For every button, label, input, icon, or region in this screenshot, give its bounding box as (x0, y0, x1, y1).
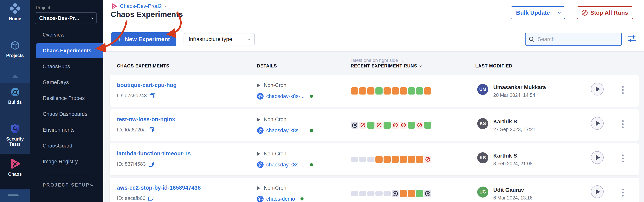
run-tile-empty[interactable] (367, 157, 374, 162)
sidebar-item-image-registry[interactable]: Image Registry (30, 154, 103, 170)
run-tile-orange[interactable] (416, 156, 423, 163)
copy-icon[interactable] (149, 162, 154, 167)
rail-item-projects[interactable]: Projects (0, 40, 30, 58)
filter-icon[interactable] (628, 34, 636, 44)
column-header-last-modified: LAST MODIFIED (475, 64, 512, 68)
experiment-name-link[interactable]: lambda-function-timeout-1s (117, 150, 191, 157)
project-setup-label: PROJECT SETUP (43, 182, 90, 188)
run-tile-empty[interactable] (351, 157, 358, 162)
infrastructure-link[interactable]: chaosday-k8s-... (266, 93, 304, 99)
sidebar-item-environments[interactable]: Environments (30, 122, 103, 138)
search-input[interactable] (525, 33, 622, 46)
run-experiment-button[interactable] (591, 117, 604, 130)
stop-all-runs-label: Stop All Runs (590, 10, 628, 16)
sidebar-item-overview[interactable]: Overview (30, 27, 103, 43)
run-tile-failed[interactable] (416, 122, 423, 129)
run-tile-green[interactable] (384, 122, 391, 129)
run-tile-green[interactable] (408, 122, 415, 129)
run-experiment-button[interactable] (591, 186, 604, 198)
run-tile-orange[interactable] (392, 87, 399, 94)
run-tile-failed[interactable] (400, 122, 407, 129)
run-tile-green[interactable] (416, 87, 423, 94)
run-tile-orange[interactable] (359, 87, 366, 94)
run-tile-empty[interactable] (376, 191, 382, 196)
copy-icon[interactable] (148, 196, 154, 201)
run-tile-orange[interactable] (408, 156, 415, 163)
run-tile-empty[interactable] (351, 191, 358, 196)
sidebar-item-chaoshubs[interactable]: ChaosHubs (30, 58, 103, 74)
project-setup-toggle[interactable]: PROJECT SETUP (43, 182, 92, 188)
run-tile-stopped[interactable] (392, 190, 399, 197)
sidebar-item-gamedays[interactable]: GameDays (30, 74, 103, 90)
run-tile-failed[interactable] (424, 156, 431, 163)
run-tile-empty[interactable] (384, 191, 391, 196)
sidebar-item-chaos-dashboards[interactable]: Chaos Dashboards (30, 106, 103, 122)
run-tile-empty[interactable] (367, 191, 374, 196)
run-tile-failed[interactable] (392, 122, 399, 129)
stop-circle-icon (352, 122, 357, 128)
rail-item-security-tests[interactable]: Security Tests (0, 123, 30, 147)
schedule-type: Non-Cron (264, 185, 286, 191)
runs-order-hint: latest one on right side → (351, 58, 404, 63)
module-rail: Home Projects Builds (0, 0, 30, 202)
row-menu-button[interactable] (621, 154, 624, 163)
infrastructure-type-dropdown[interactable]: Infrastructure type (184, 33, 255, 46)
run-tile-green[interactable] (416, 190, 423, 197)
run-tile-green[interactable] (408, 87, 415, 94)
modified-date: 8 Feb 2024, 21:08 (493, 161, 532, 166)
details-cell: Non-Cron chaosday-k8s-... (257, 144, 313, 168)
rail-resize-handle[interactable] (8, 194, 18, 196)
new-experiment-button[interactable]: + New Experiment (111, 32, 176, 46)
run-tile-orange[interactable] (392, 156, 399, 163)
infrastructure-link[interactable]: chaosday-k8s-... (266, 162, 304, 168)
run-tile-empty[interactable] (359, 157, 366, 162)
stop-all-runs-button[interactable]: Stop All Runs (577, 6, 633, 19)
experiment-name-link[interactable]: test-nw-loss-on-nginx (117, 116, 175, 122)
collapse-up-icon[interactable] (12, 74, 18, 78)
rail-item-home[interactable]: Home (0, 3, 30, 22)
run-tile-green[interactable] (424, 122, 431, 129)
recent-runs (351, 109, 431, 141)
run-tile-empty[interactable] (359, 191, 366, 196)
run-tile-orange[interactable] (400, 156, 407, 163)
run-tile-orange[interactable] (367, 87, 374, 94)
infrastructure-link[interactable]: chaos-demo (266, 196, 295, 202)
run-experiment-button[interactable] (591, 151, 604, 164)
run-tile-stopped[interactable] (351, 122, 358, 129)
breadcrumb-project-link[interactable]: Chaos-Dev-Prod2 (120, 3, 162, 9)
experiment-name-link[interactable]: boutique-cart-cpu-hog (117, 82, 176, 88)
project-selector[interactable]: Chaos-Dev-Pr... (35, 12, 97, 24)
rail-item-chaos[interactable]: Chaos (0, 158, 30, 177)
sidebar-item-chaos-experiments[interactable]: Chaos Experiments (30, 43, 103, 58)
search-box (525, 33, 622, 46)
run-tile-green[interactable] (376, 87, 382, 94)
sidebar-item-resilience-probes[interactable]: Resilience Probes (30, 90, 103, 106)
bulk-update-button[interactable]: Bulk Update (511, 6, 565, 19)
run-tile-orange[interactable] (351, 87, 358, 94)
user-name: Udit Gaurav (493, 187, 532, 193)
run-tile-stopped[interactable] (424, 190, 431, 197)
run-tile-failed[interactable] (359, 122, 366, 129)
run-tile-orange[interactable] (384, 156, 391, 163)
experiment-name-link[interactable]: aws-ec2-stop-by-id-1658947438 (117, 184, 201, 191)
infrastructure-link[interactable]: chaosday-k8s-... (266, 128, 304, 134)
run-tile-orange[interactable] (384, 87, 391, 94)
run-tile-orange[interactable] (424, 87, 431, 94)
run-tile-orange[interactable] (400, 190, 407, 197)
row-menu-button[interactable] (621, 85, 624, 95)
rail-item-builds[interactable]: Builds (0, 86, 30, 105)
sidebar-item-chaosguard[interactable]: ChaosGuard (30, 138, 103, 154)
row-menu-button[interactable] (621, 120, 624, 129)
chevron-down-icon[interactable] (558, 11, 560, 14)
run-tile-green[interactable] (367, 122, 374, 129)
run-tile-orange[interactable] (408, 190, 415, 197)
run-tile-orange[interactable] (400, 87, 407, 94)
copy-icon[interactable] (149, 128, 154, 132)
run-experiment-button[interactable] (591, 83, 604, 96)
row-menu-button[interactable] (621, 188, 624, 197)
modified-date: 20 Mar 2024, 14:54 (493, 92, 546, 98)
column-header-recent-runs[interactable]: RECENT EXPERIMENT RUNS (351, 64, 421, 68)
copy-icon[interactable] (150, 93, 155, 98)
run-tile-failed[interactable] (376, 122, 382, 129)
run-tile-orange[interactable] (376, 156, 382, 163)
